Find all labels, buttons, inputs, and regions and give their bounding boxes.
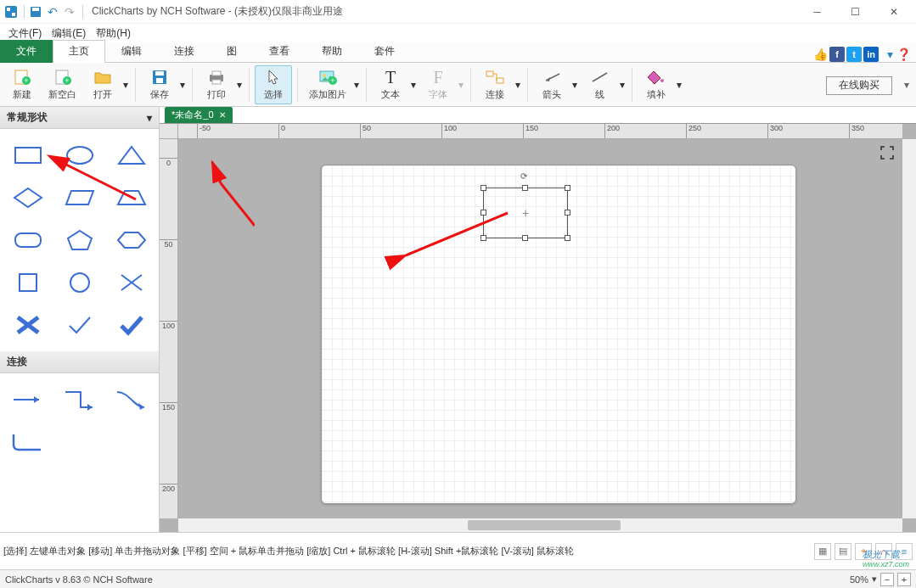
text-dropdown[interactable]: ▾	[409, 65, 418, 104]
new-blank-button[interactable]: +新空白	[42, 65, 82, 104]
shape-diamond[interactable]	[3, 178, 52, 217]
horizontal-scrollbar[interactable]	[178, 518, 902, 532]
shape-ellipse[interactable]	[55, 136, 104, 175]
buy-online-button[interactable]: 在线购买	[826, 76, 892, 95]
zoom-dropdown-icon[interactable]: ▾	[872, 574, 877, 585]
tab-edit[interactable]: 编辑	[105, 40, 158, 63]
separator	[527, 68, 528, 102]
layout-icon[interactable]: ▦	[814, 543, 831, 560]
tab-suite[interactable]: 套件	[358, 40, 411, 63]
zoom-in-button[interactable]: +	[897, 573, 911, 586]
svg-marker-34	[68, 231, 92, 249]
maximize-button[interactable]: ☐	[836, 0, 874, 24]
save-dropdown[interactable]: ▾	[178, 65, 187, 104]
resize-handle[interactable]	[522, 235, 528, 241]
close-button[interactable]: ✕	[874, 0, 913, 24]
tab-file[interactable]: 文件	[0, 40, 53, 63]
center-handle-icon[interactable]: +	[522, 206, 529, 220]
svg-text:+: +	[65, 76, 69, 85]
shape-square[interactable]	[3, 263, 52, 302]
open-button[interactable]: 打开	[84, 65, 121, 104]
shape-check-thin[interactable]	[55, 305, 104, 344]
text-button[interactable]: T文本	[372, 65, 409, 104]
thumbs-up-icon[interactable]: 👍	[812, 47, 828, 62]
connector-rounded-elbow[interactable]	[3, 423, 52, 462]
connectors-header[interactable]: 连接	[0, 351, 159, 373]
resize-handle[interactable]	[565, 185, 570, 191]
svg-rect-36	[20, 274, 37, 291]
selected-rectangle-shape[interactable]: ⟳ +	[483, 188, 568, 238]
resize-handle[interactable]	[480, 210, 486, 216]
scrollbar-thumb[interactable]	[468, 520, 621, 530]
shape-pentagon[interactable]	[55, 221, 104, 260]
arrow-button[interactable]: 箭头	[533, 65, 570, 104]
rotate-handle-icon[interactable]: ⟳	[520, 171, 527, 181]
shape-cross-thin[interactable]	[107, 263, 155, 302]
add-image-dropdown[interactable]: ▾	[352, 65, 361, 104]
tab-close-icon[interactable]: ✕	[219, 110, 226, 120]
separator	[632, 68, 632, 102]
undo-icon[interactable]: ↶	[45, 4, 60, 20]
line-button[interactable]: 线	[581, 65, 618, 104]
grid-icon[interactable]: ▤	[835, 543, 851, 560]
zoom-out-button[interactable]: −	[880, 573, 894, 586]
redo-icon[interactable]: ↷	[62, 4, 77, 20]
shape-circle[interactable]	[55, 263, 104, 302]
font-button[interactable]: F字体	[419, 65, 457, 104]
help-dropdown-icon[interactable]: ▾ ❓	[887, 48, 911, 61]
connector-elbow[interactable]	[55, 380, 104, 419]
tab-home[interactable]: 主页	[53, 40, 105, 63]
vertical-scrollbar[interactable]	[902, 139, 916, 518]
shape-cross-bold[interactable]	[3, 305, 52, 344]
line-dropdown[interactable]: ▾	[618, 65, 627, 104]
resize-handle[interactable]	[565, 235, 570, 241]
connector-curve[interactable]	[107, 380, 155, 419]
tab-help[interactable]: 帮助	[306, 40, 358, 63]
resize-handle[interactable]	[522, 185, 528, 191]
drawing-page[interactable]: ⟳ +	[321, 165, 796, 504]
save-icon[interactable]	[28, 4, 43, 20]
minimize-button[interactable]: ─	[798, 0, 836, 24]
tab-chart[interactable]: 图	[211, 40, 253, 63]
canvas-viewport[interactable]: ⟳ +	[178, 139, 902, 518]
connect-dropdown[interactable]: ▾	[514, 65, 522, 104]
shape-rounded-rect[interactable]	[3, 221, 52, 260]
ribbon-expand-icon[interactable]: ▾	[901, 65, 913, 104]
separator	[192, 68, 193, 102]
twitter-icon[interactable]: t	[846, 47, 862, 62]
fullscreen-icon[interactable]	[880, 146, 894, 160]
shape-triangle[interactable]	[107, 136, 155, 175]
shape-trapezoid[interactable]	[107, 178, 155, 217]
shape-check-bold[interactable]	[107, 305, 155, 344]
connect-button[interactable]: 连接	[476, 65, 514, 104]
title-bar: ↶ ↷ ClickCharts by NCH Software - (未授权)仅…	[0, 0, 916, 24]
facebook-icon[interactable]: f	[829, 47, 845, 62]
fill-dropdown[interactable]: ▾	[675, 65, 683, 104]
print-button[interactable]: 打印	[198, 65, 235, 104]
add-image-button[interactable]: +添加图片	[303, 65, 352, 104]
shape-parallelogram[interactable]	[55, 178, 104, 217]
tab-connect[interactable]: 连接	[158, 40, 211, 63]
connector-straight[interactable]	[3, 380, 52, 419]
hint-bar: [选择] 左键单击对象 [移动] 单击并拖动对象 [平移] 空间 + 鼠标单击并…	[0, 532, 916, 569]
font-dropdown[interactable]: ▾	[457, 65, 465, 104]
linkedin-icon[interactable]: in	[863, 47, 879, 62]
resize-handle[interactable]	[480, 235, 486, 241]
resize-handle[interactable]	[480, 185, 486, 191]
resize-handle[interactable]	[565, 210, 570, 216]
shape-hexagon[interactable]	[107, 221, 155, 260]
open-dropdown[interactable]: ▾	[121, 65, 130, 104]
svg-point-26	[660, 79, 664, 82]
arrow-dropdown[interactable]: ▾	[570, 65, 579, 104]
collapse-icon[interactable]: ▾	[147, 112, 152, 124]
print-dropdown[interactable]: ▾	[235, 65, 244, 104]
shape-rectangle[interactable]	[3, 136, 52, 175]
tab-view[interactable]: 查看	[253, 40, 306, 63]
save-button[interactable]: 保存	[141, 65, 178, 104]
document-tab[interactable]: *未命名_0✕	[165, 107, 233, 123]
new-button[interactable]: +新建	[3, 65, 41, 104]
select-button[interactable]: 选择	[255, 65, 292, 104]
ruler-corner	[160, 124, 178, 139]
shapes-header[interactable]: 常规形状▾	[0, 107, 159, 129]
fill-button[interactable]: 填补	[638, 65, 675, 104]
